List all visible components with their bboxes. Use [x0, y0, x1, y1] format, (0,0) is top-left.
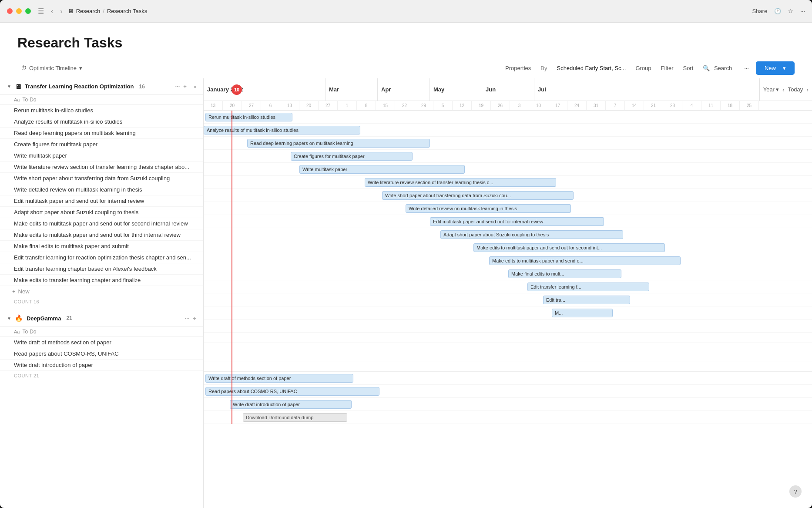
group-1-task-6[interactable]: Write literature review section of trans… — [0, 161, 203, 173]
group-2-task-1[interactable]: Write draft of methods section of paper — [0, 337, 203, 348]
star-icon[interactable]: ☆ — [788, 8, 793, 14]
group-1-task-4[interactable]: Create figures for multitask paper — [0, 139, 203, 150]
gantt-bar-2[interactable]: Analyze results of multitask in-silico s… — [204, 126, 360, 135]
date-27b: 27 — [319, 101, 338, 110]
collapse-arrow-2[interactable]: ▼ — [7, 316, 11, 321]
prev-period[interactable]: ‹ — [782, 86, 785, 93]
year-label[interactable]: Year ▾ — [763, 86, 779, 93]
view-label[interactable]: Optimistic Timeline — [29, 65, 77, 71]
app-window: ☰ ‹ › 🖥 Research / Research Tasks Share … — [0, 0, 812, 508]
gantt-bar-8[interactable]: Write detailed review on multitask learn… — [406, 204, 571, 213]
group-1-task-2[interactable]: Analyze results of multitask in-silico s… — [0, 116, 203, 128]
back-button[interactable]: ‹ — [49, 7, 55, 16]
gantt-bars-area: Rerun multitask in-silico studies Analyz… — [204, 111, 812, 508]
date-4: 4 — [682, 101, 701, 110]
gantt-bar-1[interactable]: Rerun multitask in-silico studies — [205, 113, 292, 121]
search-button[interactable]: 🔍 Search — [700, 64, 737, 73]
date-cells: 13 20 27 6 13 20 27 1 8 15 22 29 5 12 — [204, 101, 812, 110]
collapse-arrow[interactable]: ▼ — [7, 84, 11, 89]
forward-button[interactable]: › — [58, 7, 64, 16]
date-12: 12 — [453, 101, 472, 110]
gantt-g2-bar-1[interactable]: Write draft of methods section of paper — [205, 374, 353, 383]
group-button[interactable]: Group — [633, 64, 654, 73]
gantt-g2-bar-3[interactable]: Write draft introduction of paper — [230, 400, 352, 409]
group-1-task-16[interactable]: Make edits to transfer learning chapter … — [0, 275, 203, 286]
maximize-button[interactable] — [25, 8, 31, 14]
gantt-bar-3[interactable]: Read deep learning papers on multitask l… — [247, 139, 430, 148]
by-value[interactable]: Scheduled Early Start, Sc... — [554, 64, 628, 73]
group-header-2[interactable]: ▼ 🔥 DeepGamma 21 ··· + — [0, 310, 203, 327]
minimize-button[interactable] — [16, 8, 22, 14]
group-1-task-12[interactable]: Make edits to multitask paper and send o… — [0, 229, 203, 241]
date-20: 20 — [223, 101, 242, 110]
group-1-task-9[interactable]: Edit multitask paper and send out for in… — [0, 195, 203, 207]
gantt-bar-16[interactable]: M... — [552, 309, 613, 317]
group-1-actions: ··· + — [175, 83, 186, 90]
group-2-task-2[interactable]: Read papers about COSMO-RS, UNIFAC — [0, 348, 203, 360]
group-2-name: DeepGamma — [27, 315, 61, 322]
close-button[interactable] — [7, 8, 13, 14]
sort-button[interactable]: Sort — [680, 64, 696, 73]
gantt-row-6: Write literature review section of trans… — [204, 176, 812, 189]
group-2-add[interactable]: + — [193, 315, 196, 322]
group-1-add[interactable]: + — [183, 83, 187, 90]
group-1-task-3[interactable]: Read deep learning papers on multitask l… — [0, 128, 203, 139]
gantt-bar-9[interactable]: Edit multitask paper and send out for in… — [430, 217, 604, 226]
new-button[interactable]: New ▾ — [756, 61, 795, 75]
gantt-bar-7[interactable]: Write short paper about transferring dat… — [382, 191, 574, 200]
group-1-task-1[interactable]: Rerun multitask in-silico studies — [0, 105, 203, 116]
gantt-group2-sub — [204, 361, 812, 372]
gantt-bar-5[interactable]: Write multitask paper — [299, 165, 465, 174]
breadcrumb-current[interactable]: Research Tasks — [107, 8, 147, 14]
group-1-task-11[interactable]: Make edits to multitask paper and send o… — [0, 218, 203, 229]
group-1-name: Transfer Learning Reaction Optimization — [25, 83, 134, 90]
group-1-new-task[interactable]: + New — [0, 286, 203, 297]
gantt-row-10: Adapt short paper about Suzuki coupling … — [204, 228, 812, 241]
more-options[interactable]: ··· — [742, 64, 752, 73]
date-14: 14 — [625, 101, 644, 110]
month-jul-label: Jul — [538, 86, 546, 93]
more-menu[interactable]: ··· — [800, 8, 805, 14]
group-1-task-15[interactable]: Edit transfer learning chapter based on … — [0, 263, 203, 275]
gantt-g2-bar-2[interactable]: Read papers about COSMO-RS, UNIFAC — [205, 387, 379, 396]
gantt-bar-10[interactable]: Adapt short paper about Suzuki coupling … — [440, 230, 623, 239]
clock-icon[interactable]: 🕐 — [774, 8, 781, 14]
nav-buttons: ‹ › — [49, 7, 64, 16]
gantt-bar-4[interactable]: Create figures for multitask paper — [291, 152, 413, 161]
view-selector[interactable]: ⏱ Optimistic Timeline ▾ — [17, 63, 86, 73]
group-1-task-13[interactable]: Make final edits to multitask paper and … — [0, 241, 203, 252]
gantt-bar-12[interactable]: Make edits to multitask paper and send o… — [489, 256, 681, 265]
help-button[interactable]: ? — [789, 485, 802, 498]
gantt-bar-6[interactable]: Write literature review section of trans… — [365, 178, 556, 187]
breadcrumb-parent[interactable]: Research — [76, 8, 101, 14]
next-period[interactable]: › — [806, 86, 809, 93]
properties-button[interactable]: Properties — [503, 64, 534, 73]
gantt-bar-11[interactable]: Make edits to multitask paper and send o… — [473, 243, 665, 252]
gantt-bar-15[interactable]: Edit tra... — [543, 296, 630, 304]
share-button[interactable]: Share — [752, 8, 767, 14]
group-1-task-7[interactable]: Write short paper about transferring dat… — [0, 173, 203, 184]
timeline-icon: ⏱ — [21, 65, 27, 71]
today-button[interactable]: Today — [788, 86, 803, 93]
filter-button[interactable]: Filter — [658, 64, 676, 73]
gantt-bar-13[interactable]: Make final edits to mult... — [508, 269, 621, 278]
gantt-g2-bar-4[interactable]: Download Dortmund data dump — [243, 413, 347, 422]
gantt-group2-header — [204, 343, 812, 361]
group-1-task-8[interactable]: Write detailed review on multitask learn… — [0, 184, 203, 195]
group-1-task-5[interactable]: Write multitask paper — [0, 150, 203, 161]
group-header-1[interactable]: ▼ 🖥 Transfer Learning Reaction Optimizat… — [0, 78, 203, 95]
group-1-dots[interactable]: ··· — [175, 83, 180, 90]
group-2-dots[interactable]: ··· — [185, 315, 190, 322]
group-1-task-14[interactable]: Edit transfer learning for reaction opti… — [0, 252, 203, 263]
date-17: 17 — [548, 101, 567, 110]
group-1-task-10[interactable]: Adapt short paper about Suzuki coupling … — [0, 207, 203, 218]
month-mar-label: Mar — [329, 86, 339, 93]
gantt-row-11: Make edits to multitask paper and send o… — [204, 241, 812, 254]
collapse-double-arrow[interactable]: « — [194, 84, 196, 89]
month-jun-label: Jun — [486, 86, 496, 93]
gantt-row-7: Write short paper about transferring dat… — [204, 189, 812, 202]
group-2-task-3[interactable]: Write draft introduction of paper — [0, 360, 203, 371]
gantt-bar-14[interactable]: Edit transfer learning f... — [527, 283, 649, 291]
month-labels-row: January 2022 10 Mar Apr May — [204, 78, 812, 101]
menu-icon[interactable]: ☰ — [38, 7, 44, 15]
